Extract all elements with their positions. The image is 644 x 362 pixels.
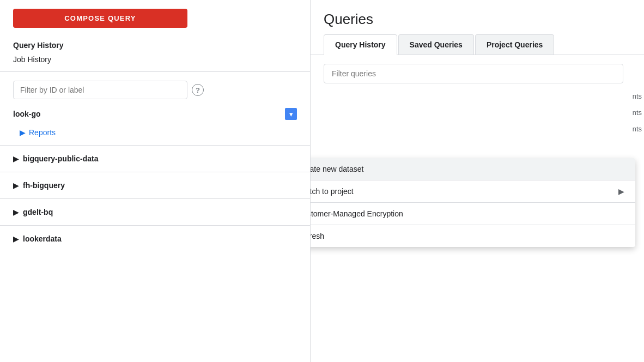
filter-row: ?: [0, 76, 310, 104]
expand-arrow-icon-4: ▶: [13, 235, 19, 243]
sidebar-divider-4: [0, 198, 310, 199]
partial-col-hint-1: nts: [633, 92, 644, 100]
partial-col-hint-2: nts: [633, 108, 644, 117]
look-go-project-row[interactable]: look-go ▾: [0, 104, 310, 124]
context-dropdown-menu: Create new dataset Switch to project ▶ C…: [311, 158, 635, 247]
tab-query-history[interactable]: Query History: [324, 34, 397, 55]
dropdown-arrow-icon: ▾: [289, 110, 293, 118]
query-history-heading: Query History: [0, 37, 310, 52]
bigquery-public-data-label: bigquery-public-data: [23, 154, 98, 163]
dropdown-item-encryption[interactable]: Customer-Managed Encryption: [311, 203, 635, 225]
sidebar-divider-3: [0, 172, 310, 172]
filter-queries-input[interactable]: [324, 64, 623, 83]
filter-input[interactable]: [13, 81, 187, 99]
look-go-label: look-go: [13, 110, 41, 118]
sidebar-divider-2: [0, 145, 310, 146]
lookerdata-label: lookerdata: [23, 234, 62, 243]
sidebar: COMPOSE QUERY Query History Job History …: [0, 0, 311, 362]
gdelt-bq-label: gdelt-bq: [23, 208, 53, 216]
dropdown-item-create-dataset[interactable]: Create new dataset: [311, 158, 635, 180]
expand-arrow-icon-2: ▶: [13, 182, 19, 190]
bigquery-public-data-item[interactable]: ▶ bigquery-public-data: [0, 150, 310, 167]
reports-tree-item[interactable]: ▶ Reports: [0, 124, 310, 141]
main-panel: Queries Query History Saved Queries Proj…: [311, 0, 644, 362]
reports-label: Reports: [29, 128, 56, 137]
job-history-link[interactable]: Job History: [0, 52, 310, 67]
dropdown-item-refresh[interactable]: Refresh: [311, 225, 635, 247]
compose-query-button[interactable]: COMPOSE QUERY: [13, 9, 187, 28]
page-title: Queries: [311, 9, 644, 34]
sidebar-divider-1: [0, 71, 310, 72]
fh-bigquery-label: fh-bigquery: [23, 181, 65, 190]
project-dropdown-button[interactable]: ▾: [285, 108, 297, 120]
tabs-row: Query History Saved Queries Project Quer…: [311, 34, 644, 55]
dropdown-item-switch-project[interactable]: Switch to project ▶: [311, 180, 635, 202]
help-icon[interactable]: ?: [192, 84, 204, 96]
tab-project-queries[interactable]: Project Queries: [475, 34, 555, 55]
filter-queries-row: [311, 55, 644, 88]
partial-col-hint-3: nts: [633, 125, 644, 133]
expand-arrow-icon-1: ▶: [13, 155, 19, 163]
lookerdata-item[interactable]: ▶ lookerdata: [0, 230, 310, 248]
sidebar-divider-5: [0, 225, 310, 226]
fh-bigquery-item[interactable]: ▶ fh-bigquery: [0, 177, 310, 194]
expand-arrow-icon-3: ▶: [13, 208, 19, 216]
gdelt-bq-item[interactable]: ▶ gdelt-bq: [0, 203, 310, 221]
chevron-right-icon: ▶: [20, 128, 26, 137]
submenu-arrow-icon: ▶: [618, 187, 624, 196]
tab-saved-queries[interactable]: Saved Queries: [398, 34, 474, 55]
